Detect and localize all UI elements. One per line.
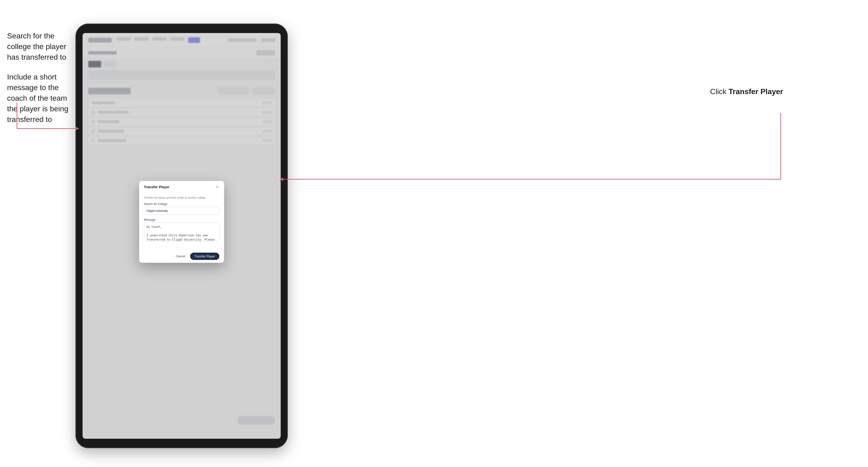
college-search-group: Search for College [144, 203, 219, 215]
annotation-search-text: Search for the college the player has tr… [7, 31, 73, 62]
right-annotation: Click Transfer Player [710, 87, 783, 96]
ipad-screen: Transfer Player ✕ Transfer the player an… [83, 33, 281, 439]
modal-overlay: Transfer Player ✕ Transfer the player an… [83, 33, 281, 439]
college-search-input[interactable] [144, 207, 219, 215]
left-annotations: Search for the college the player has tr… [7, 31, 73, 134]
modal-body: Transfer the player and their profile to… [139, 192, 224, 250]
message-textarea[interactable]: Hi Coach, I understand Chris Robertson h… [144, 223, 219, 242]
ipad-frame: Transfer Player ✕ Transfer the player an… [75, 24, 288, 448]
modal-title: Transfer Player [144, 185, 169, 189]
cancel-button[interactable]: Cancel [173, 253, 187, 259]
college-search-label: Search for College [144, 203, 219, 206]
message-label: Message [144, 218, 219, 221]
transfer-player-button[interactable]: Transfer Player [190, 253, 219, 260]
modal-header: Transfer Player ✕ [139, 181, 224, 192]
transfer-player-modal: Transfer Player ✕ Transfer the player an… [139, 181, 224, 263]
modal-close-button[interactable]: ✕ [215, 185, 219, 189]
modal-footer: Cancel Transfer Player [139, 250, 224, 263]
annotation-transfer-bold: Transfer Player [728, 87, 783, 96]
modal-subtitle: Transfer the player and their profile to… [144, 196, 219, 199]
annotation-message-text: Include a short message to the coach of … [7, 72, 73, 125]
message-group: Message Hi Coach, I understand Chris Rob… [144, 218, 219, 243]
annotation-click-prefix: Click [710, 87, 728, 96]
